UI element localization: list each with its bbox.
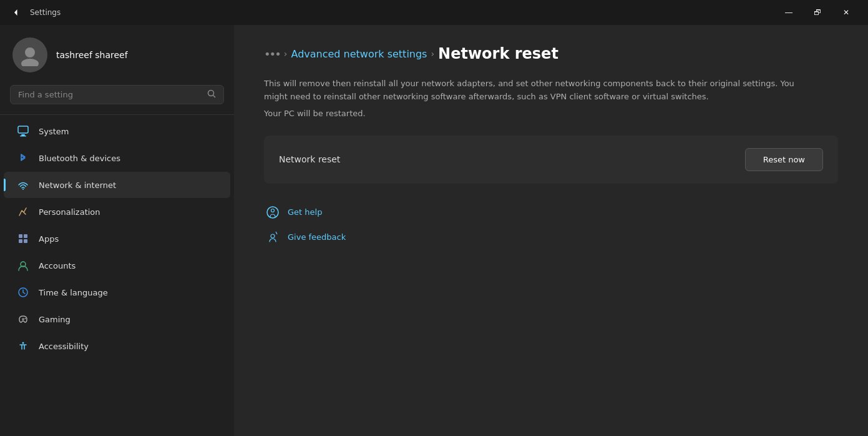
gaming-icon: [16, 312, 30, 326]
window-controls: — 🗗 ✕: [774, 0, 861, 25]
title-bar: Settings — 🗗 ✕: [0, 0, 868, 25]
svg-point-1: [21, 59, 39, 66]
sidebar-item-time[interactable]: Time & language: [4, 279, 230, 305]
svg-point-7: [22, 189, 24, 190]
svg-point-19: [271, 209, 275, 212]
accessibility-icon: [16, 339, 30, 353]
system-icon: [16, 124, 30, 138]
settings-window: Settings — 🗗 ✕ tashreef shareef: [0, 0, 868, 436]
search-input[interactable]: [18, 90, 202, 99]
breadcrumb-dots[interactable]: •••: [264, 47, 280, 61]
avatar: [12, 37, 47, 72]
svg-rect-5: [21, 134, 25, 136]
sidebar-divider: [0, 114, 234, 115]
reset-card-label: Network reset: [279, 154, 340, 164]
network-icon: [16, 178, 30, 192]
sidebar-item-bluetooth[interactable]: Bluetooth & devices: [4, 145, 230, 171]
sidebar-item-label-apps: Apps: [39, 234, 59, 244]
get-help-icon: [264, 204, 281, 221]
sidebar-item-personalization[interactable]: Personalization: [4, 199, 230, 225]
breadcrumb-current: Network reset: [438, 45, 558, 62]
user-profile[interactable]: tashreef shareef: [0, 25, 234, 82]
sidebar-item-accounts[interactable]: Accounts: [4, 252, 230, 279]
restart-note: Your PC will be restarted.: [264, 109, 838, 118]
sidebar-item-label-personalization: Personalization: [39, 207, 100, 217]
sidebar-item-label-system: System: [39, 127, 69, 136]
sidebar-item-label-bluetooth: Bluetooth & devices: [39, 154, 120, 163]
help-links: Get help Give feedback: [264, 204, 838, 246]
sidebar-item-gaming[interactable]: Gaming: [4, 306, 230, 332]
breadcrumb: ••• › Advanced network settings › Networ…: [264, 45, 838, 62]
search-container: [0, 82, 234, 112]
sidebar-item-apps[interactable]: Apps: [4, 225, 230, 252]
sidebar-item-network[interactable]: Network & internet: [4, 172, 230, 198]
svg-rect-8: [19, 234, 22, 238]
content-area: ••• › Advanced network settings › Networ…: [234, 25, 868, 436]
title-bar-left: Settings: [7, 4, 774, 21]
svg-rect-10: [19, 239, 22, 243]
sidebar: tashreef shareef: [0, 25, 234, 436]
search-icon: [207, 89, 216, 100]
close-button[interactable]: ✕: [832, 0, 861, 25]
breadcrumb-sep-1: ›: [284, 49, 288, 59]
window-title: Settings: [30, 8, 61, 17]
svg-rect-4: [18, 126, 28, 133]
svg-rect-9: [24, 234, 27, 238]
svg-rect-6: [20, 136, 26, 137]
give-feedback-link[interactable]: Give feedback: [264, 229, 346, 246]
svg-point-17: [22, 342, 24, 344]
svg-point-0: [25, 47, 35, 57]
back-button[interactable]: [7, 4, 25, 21]
time-icon: [16, 285, 30, 299]
svg-line-3: [213, 96, 216, 98]
svg-line-21: [276, 232, 277, 234]
sidebar-item-label-accounts: Accounts: [39, 261, 76, 270]
give-feedback-text: Give feedback: [288, 232, 346, 242]
main-layout: tashreef shareef: [0, 25, 868, 436]
accounts-icon: [16, 259, 30, 272]
sidebar-item-label-accessibility: Accessibility: [39, 342, 89, 351]
user-name: tashreef shareef: [56, 50, 128, 60]
svg-point-16: [25, 318, 26, 319]
sidebar-item-label-time: Time & language: [39, 288, 108, 297]
apps-icon: [16, 232, 30, 245]
sidebar-item-label-gaming: Gaming: [39, 315, 71, 324]
sidebar-item-system[interactable]: System: [4, 118, 230, 144]
svg-rect-11: [24, 239, 27, 243]
give-feedback-icon: [264, 229, 281, 246]
description-text: This will remove then reinstall all your…: [264, 77, 813, 104]
breadcrumb-sep-2: ›: [431, 49, 434, 59]
minimize-button[interactable]: —: [774, 0, 803, 25]
bluetooth-icon: [16, 151, 30, 165]
get-help-link[interactable]: Get help: [264, 204, 322, 221]
reset-now-button[interactable]: Reset now: [745, 148, 823, 171]
sidebar-item-label-network: Network & internet: [39, 181, 116, 190]
svg-point-2: [208, 91, 214, 96]
breadcrumb-parent[interactable]: Advanced network settings: [291, 48, 427, 60]
nav-list: System Bluetooth & devices: [0, 117, 234, 360]
get-help-text: Get help: [288, 207, 322, 217]
maximize-button[interactable]: 🗗: [803, 0, 832, 25]
network-reset-card: Network reset Reset now: [264, 136, 838, 184]
sidebar-item-accessibility[interactable]: Accessibility: [4, 333, 230, 359]
personalization-icon: [16, 205, 30, 219]
search-box[interactable]: [10, 85, 224, 104]
svg-point-20: [271, 234, 275, 238]
